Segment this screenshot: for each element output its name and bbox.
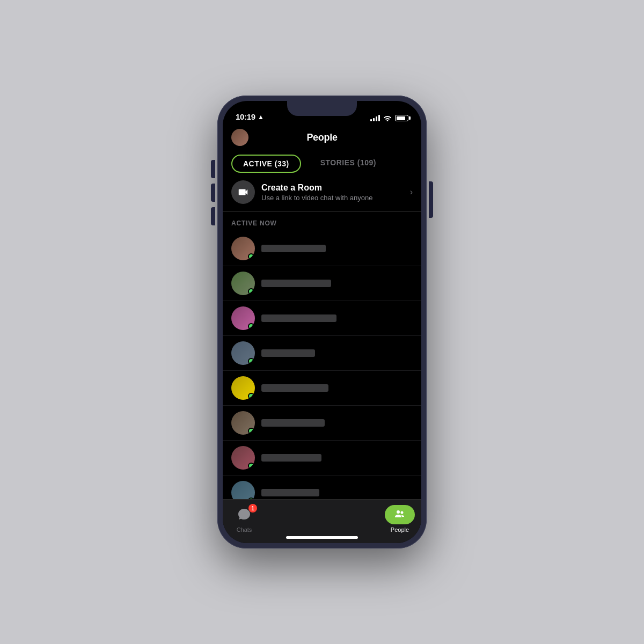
battery-icon [395,115,408,121]
location-icon: ▲ [258,113,264,121]
active-indicator [248,358,254,364]
status-time: 10:19 [236,112,255,121]
create-room-item[interactable]: Create a Room Use a link to video chat w… [223,173,421,212]
page-title: People [306,132,337,143]
contact-item[interactable] [223,371,421,406]
contact-name [261,489,319,496]
home-indicator [286,536,358,539]
tab-stories[interactable]: STORIES (109) [310,155,387,173]
contact-item[interactable] [223,301,421,336]
nav-chats[interactable]: 1 Chats [223,505,266,533]
contact-avatar [231,306,255,330]
page-header: People [223,125,421,150]
notch [287,101,357,116]
contact-item[interactable] [223,231,421,266]
contact-avatar [231,341,255,365]
chat-badge: 1 [248,504,257,513]
nav-people[interactable]: People [378,505,421,533]
room-text: Create a Room Use a link to video chat w… [255,183,410,202]
contact-item[interactable] [223,475,421,499]
tab-bar: ACTIVE (33) STORIES (109) [223,150,421,173]
active-indicator [248,393,254,399]
contact-name [261,349,315,357]
svg-point-0 [240,191,242,192]
contact-item[interactable] [223,266,421,301]
contact-name [261,280,331,287]
svg-point-2 [397,510,400,514]
svg-point-3 [401,511,404,514]
contact-item[interactable] [223,441,421,475]
active-indicator [248,463,254,469]
wifi-icon [383,115,392,121]
contact-avatar [231,481,255,499]
contact-avatar [231,376,255,400]
active-indicator [248,323,254,330]
active-indicator [248,288,254,295]
nav-people-label: People [391,526,409,533]
room-title: Create a Room [261,183,404,193]
active-indicator [248,497,254,499]
tab-active[interactable]: ACTIVE (33) [231,155,301,173]
contact-name [261,384,328,392]
contact-avatar [231,237,255,260]
contact-item[interactable] [223,336,421,371]
room-video-icon [231,180,255,204]
contact-name [261,314,336,322]
contact-list [223,231,421,499]
contact-name [261,245,326,252]
active-indicator [248,428,254,434]
room-subtitle: Use a link to video chat with anyone [261,194,404,202]
contact-name [261,419,325,427]
contact-item[interactable] [223,406,421,441]
nav-chats-label: Chats [237,526,252,533]
section-header-active: ACTIVE NOW [223,212,421,231]
profile-avatar[interactable] [231,129,248,146]
contact-avatar [231,446,255,470]
contact-avatar [231,272,255,295]
contact-name [261,454,321,462]
chevron-right-icon: › [410,187,413,197]
active-indicator [248,253,254,260]
people-icon [393,508,406,521]
contact-avatar [231,411,255,435]
signal-icon [370,115,380,121]
